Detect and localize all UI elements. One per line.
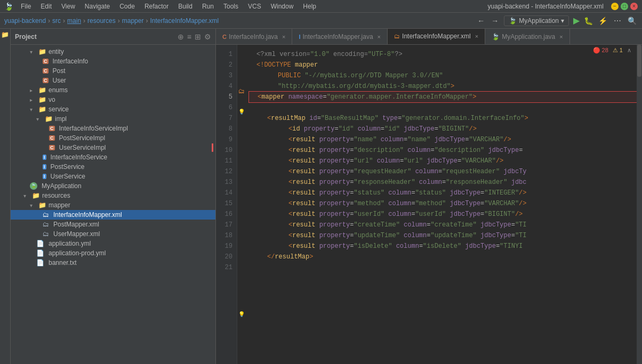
coverage-button[interactable]: ⚡ (597, 15, 608, 26)
sidebar-item-user[interactable]: C User (11, 76, 215, 85)
menu-run[interactable]: Run (198, 2, 218, 11)
settings-icon[interactable]: ⚙ (204, 33, 211, 41)
expand-icon[interactable]: ⊞ (195, 33, 201, 41)
txt-icon: 📄 (36, 259, 44, 266)
sidebar-item-usermapper-xml[interactable]: 🗂 UserMapper.xml (11, 229, 215, 239)
sidebar-item-interfaceinfoserviceimpl[interactable]: C InterfaceInfoServiceImpl (11, 124, 215, 133)
tab-close-interfaceinfomapper-xml[interactable]: × (475, 33, 478, 39)
menu-help[interactable]: Help (299, 2, 320, 11)
sidebar-item-postservice[interactable]: I PostService (11, 162, 215, 172)
sidebar-item-mapper-folder[interactable]: ▾ 📁 mapper (11, 200, 215, 210)
sidebar-item-interfaceinfo[interactable]: C InterfaceInfo (11, 56, 215, 66)
tab-bar: C InterfaceInfo.java × I InterfaceInfoMa… (216, 29, 642, 45)
sidebar-item-service[interactable]: ▾ 📁 service (11, 104, 215, 114)
back-button[interactable]: ← (476, 15, 486, 26)
folder-icon: 📁 (38, 86, 46, 94)
project-sidebar: Project ⊕ ≡ ⊞ ⚙ ▾ 📁 entity C InterfaceIn… (11, 29, 216, 364)
code-line-5: <mapper namespace="generator.mapper.Inte… (249, 92, 641, 102)
tab-interfaceinfo-java[interactable]: C InterfaceInfo.java × (216, 29, 292, 45)
menu-refactor[interactable]: Refactor (140, 2, 173, 11)
tab-close-interfaceinfomapper-java[interactable]: × (378, 34, 381, 40)
scrollbar-track[interactable] (637, 45, 642, 364)
sidebar-item-impl[interactable]: ▾ 📁 impl (11, 114, 215, 124)
sidebar-item-interfaceinfomapper-xml[interactable]: 🗂 InterfaceInfoMapper.xml (11, 210, 215, 220)
forward-button[interactable]: → (490, 15, 500, 26)
app-icon: 🍃 (4, 2, 13, 11)
close-button[interactable]: × (630, 3, 638, 10)
sidebar-item-userserviceimpl[interactable]: C UserServiceImpl (11, 143, 215, 152)
sidebar-item-entity[interactable]: ▾ 📁 entity (11, 47, 215, 56)
menu-build[interactable]: Build (174, 2, 197, 11)
sidebar-item-enums[interactable]: ▸ 📁 enums (11, 85, 215, 95)
gutter: 🗂 💡 💡 (237, 45, 248, 364)
sidebar-header: Project ⊕ ≡ ⊞ ⚙ (11, 29, 215, 45)
sidebar-item-application-prod-yml[interactable]: 📄 application-prod.yml (11, 248, 215, 258)
sidebar-item-vo[interactable]: ▸ 📁 vo (11, 95, 215, 104)
code-line-12: <result property="requestHeader" column=… (248, 166, 642, 177)
menu-view[interactable]: View (57, 2, 79, 11)
sidebar-item-postmapper-xml[interactable]: 🗂 PostMapper.xml (11, 220, 215, 229)
sidebar-toolbar: ⊕ ≡ ⊞ ⚙ (178, 33, 211, 41)
tab-close-interfaceinfo[interactable]: × (282, 34, 285, 40)
sidebar-item-interfaceinfoservice[interactable]: I InterfaceInfoService (11, 152, 215, 162)
breadcrumb-src[interactable]: src (52, 17, 61, 25)
code-line-20: </resultMap> (248, 252, 642, 262)
code-line-1: <?xml version="1.0" encoding="UTF-8"?> (248, 49, 642, 60)
window-title: yuapi-backend - InterfaceInfoMapper.xml (488, 3, 604, 10)
code-line-10: <result property="description" column="d… (248, 145, 642, 156)
menu-code[interactable]: Code (115, 2, 139, 11)
menu-window[interactable]: Window (267, 2, 298, 11)
tab-interfaceinfomapper-java[interactable]: I InterfaceInfoMapper.java × (292, 29, 388, 45)
xml-file-icon: 🗂 (43, 211, 49, 219)
breadcrumb-resources[interactable]: resources (87, 17, 116, 25)
menu-edit[interactable]: Edit (36, 2, 56, 11)
left-icon-rail: 📁 (0, 29, 11, 364)
maximize-button[interactable]: □ (621, 3, 628, 10)
sidebar-item-post[interactable]: C Post (11, 66, 215, 76)
menu-file[interactable]: File (17, 2, 35, 11)
sidebar-item-application-yml[interactable]: 📄 application.yml (11, 239, 215, 248)
collapse-all[interactable]: ∧ (627, 47, 631, 54)
error-count: 🔴 28 (593, 47, 608, 54)
more-button[interactable]: ⋯ (613, 15, 622, 26)
tab-myapplication-java[interactable]: 🍃 MyApplication.java × (485, 29, 570, 45)
run-config-selector[interactable]: 🍃 MyApplication ▾ (504, 15, 569, 26)
sidebar-item-postserviceimpl[interactable]: C PostServiceImpl (11, 133, 215, 143)
minimize-button[interactable]: − (611, 3, 619, 10)
scrollbar-thumb[interactable] (637, 45, 641, 77)
sidebar-item-userservice[interactable]: I UserService (11, 172, 215, 181)
breadcrumb-mapper[interactable]: mapper (122, 17, 144, 25)
sidebar-item-myapplication[interactable]: 🍃 MyApplication (11, 181, 215, 191)
gutter-icon-line20: 💡 (238, 311, 245, 317)
code-line-3: PUBLIC "-//mybatis.org//DTD Mapper 3.0//… (248, 70, 642, 81)
locate-icon[interactable]: ⊕ (178, 33, 184, 41)
folder-icon: 📁 (38, 201, 46, 209)
folder-icon: 📁 (38, 106, 46, 113)
folder-icon: 📁 (38, 48, 46, 55)
menu-vcs[interactable]: VCS (244, 2, 266, 11)
run-button[interactable]: ▶ (573, 15, 580, 26)
code-line-17: <result property="createTime" column="cr… (248, 220, 642, 230)
code-line-19: <result property="isDelete" column="isDe… (248, 241, 642, 252)
breadcrumb-file[interactable]: InterfaceInfoMapper.xml (150, 17, 219, 25)
menu-navigate[interactable]: Navigate (81, 2, 114, 11)
sidebar-item-resources[interactable]: ▾ 📁 resources (11, 191, 215, 200)
code-content[interactable]: 🔴 28 ⚠ 1 ∧ <?xml version="1.0" encoding=… (248, 45, 642, 364)
folder-icon: 📁 (45, 115, 53, 123)
menu-tools[interactable]: Tools (219, 2, 243, 11)
code-line-7: <resultMap id="BaseResultMap" type="gene… (248, 113, 642, 124)
gutter-icon-line7: 💡 (238, 109, 245, 115)
project-tree: ▾ 📁 entity C InterfaceInfo C Post C User (11, 45, 215, 364)
search-button[interactable]: 🔍 (627, 15, 638, 26)
code-line-16: <result property="userId" column="userId… (248, 209, 642, 220)
tab-close-myapplication[interactable]: × (559, 34, 563, 40)
project-icon[interactable]: 📁 (1, 31, 9, 38)
breadcrumb-project[interactable]: yuapi-backend (4, 17, 46, 25)
tab-interfaceinfomapper-xml[interactable]: 🗂 InterfaceInfoMapper.xml × (388, 29, 485, 45)
menu-bar: 🍃 File Edit View Navigate Code Refactor … (0, 0, 642, 13)
sidebar-item-banner-txt[interactable]: 📄 banner.txt (11, 258, 215, 268)
collapse-icon[interactable]: ≡ (187, 33, 191, 41)
breadcrumb-main[interactable]: main (67, 17, 81, 25)
debug-button[interactable]: 🐛 (584, 17, 593, 25)
code-line-4: "http://mybatis.org/dtd/mybatis-3-mapper… (248, 81, 642, 92)
